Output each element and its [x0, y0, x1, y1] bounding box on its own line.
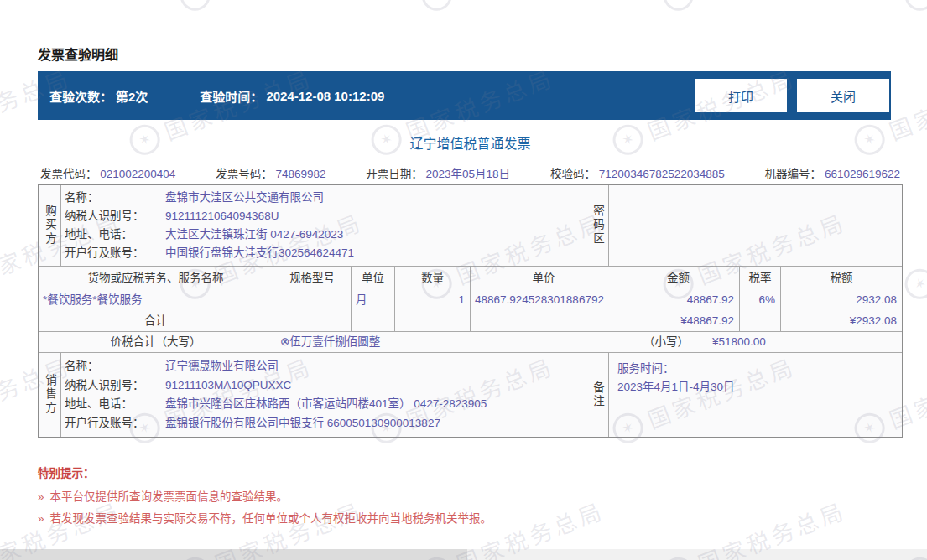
seller-bank-label: 开户行及账号：: [65, 415, 165, 432]
seller-fields: 名称： 辽宁德晟物业有限公司 纳税人识别号： 91211103MA10QPUXX…: [61, 353, 586, 437]
goods-header-qty: 数量: [395, 267, 470, 289]
remark-line: 服务时间：: [617, 360, 893, 378]
verification-toolbar: 查验次数： 第2次 查验时间： 2024-12-08 10:12:09 打印 关…: [38, 71, 891, 120]
seller-side-label: 销售方: [39, 353, 61, 437]
seller-bank-value: 盘锦银行股份有限公司中银支行 660050130900013827: [165, 415, 440, 432]
close-button[interactable]: 关闭: [797, 79, 889, 112]
buyer-address-value: 大洼区大洼镇珠江街 0427-6942023: [165, 226, 343, 243]
special-notes-title: 特别提示：: [38, 464, 492, 480]
goods-row-price: 48867.924528301886792: [471, 289, 617, 310]
seller-taxid-label: 纳税人识别号：: [65, 377, 165, 394]
machine-number: 机器编号： 661029619622: [765, 164, 900, 181]
machine-number-value: 661029619622: [825, 168, 900, 180]
buyer-section: 购买方 名称： 盘锦市大洼区公共交通有限公司 纳税人识别号： 912111210…: [39, 185, 902, 267]
seller-section: 销售方 名称： 辽宁德晟物业有限公司 纳税人识别号： 91211103MA10Q…: [39, 353, 902, 437]
buyer-taxid-label: 纳税人识别号：: [65, 208, 165, 225]
seller-taxid-row: 纳税人识别号： 91211103MA10QPUXXC: [65, 377, 586, 394]
invoice-meta-row: 发票代码： 021002200404 发票号码： 74869982 开票日期： …: [38, 164, 903, 181]
buyer-address-label: 地址、电话：: [65, 226, 165, 243]
buyer-taxid-row: 纳税人识别号： 91211121064094368U: [65, 208, 586, 225]
invoice-checksum-value: 71200346782522034885: [599, 168, 725, 180]
check-count-label: 查验次数：: [49, 87, 112, 105]
check-count: 查验次数： 第2次: [38, 87, 148, 105]
buyer-side-label: 购买方: [39, 185, 61, 266]
invoice-table: 购买方 名称： 盘锦市大洼区公共交通有限公司 纳税人识别号： 912111210…: [38, 184, 903, 438]
password-area-content: [609, 185, 902, 266]
seller-name-value: 辽宁德晟物业有限公司: [165, 358, 279, 375]
buyer-name-value: 盘锦市大洼区公共交通有限公司: [165, 189, 324, 206]
buyer-fields: 名称： 盘锦市大洼区公共交通有限公司 纳税人识别号： 9121112106409…: [61, 185, 586, 266]
page-title: 发票查验明细: [38, 44, 118, 64]
goods-header-spec: 规格型号: [273, 267, 351, 289]
invoice-title: 辽宁增值税普通发票: [38, 132, 903, 153]
goods-header-unit: 单位: [352, 267, 394, 289]
goods-total-price: [471, 310, 617, 331]
buyer-bank-row: 开户行及账号： 中国银行盘锦大洼支行302564624471: [65, 245, 586, 262]
note-item: »本平台仅提供所查询发票票面信息的查验结果。: [38, 491, 492, 503]
seller-side-label-text: 销售方: [41, 374, 58, 416]
sum-label: 价税合计（大写）: [39, 332, 273, 352]
goods-row-spec: [273, 289, 351, 310]
note-bullet: »: [38, 490, 44, 503]
remark-line: 2023年4月1日-4月30日: [617, 378, 893, 397]
invoice-date-value: 2023年05月18日: [426, 168, 511, 180]
sum-small-value: ¥51800.00: [712, 332, 766, 352]
invoice-verification-page: 发票查验明细 查验次数： 第2次 查验时间： 2024-12-08 10:12:…: [0, 0, 927, 560]
goods-total-label: 合计: [39, 310, 273, 331]
goods-total-tax: ¥2932.08: [781, 310, 902, 331]
note-text: 若发现发票查验结果与实际交易不符，任何单位或个人有权拒收并向当地税务机关举报。: [50, 512, 492, 525]
horizontal-scrollbar[interactable]: [0, 549, 927, 560]
buyer-name-label: 名称：: [65, 189, 165, 206]
goods-row-tax: 2932.08: [781, 289, 902, 310]
goods-total-amount: ¥48867.92: [617, 310, 739, 331]
goods-header-amount: 金额: [617, 267, 739, 289]
sum-small-label: （小写）: [643, 332, 689, 352]
print-button[interactable]: 打印: [695, 79, 787, 112]
remark-side-label-text: 备注: [589, 381, 606, 409]
remark-side-label: 备注: [586, 353, 609, 437]
remark-content: 服务时间： 2023年4月1日-4月30日: [609, 353, 902, 437]
buyer-name-row: 名称： 盘锦市大洼区公共交通有限公司: [65, 189, 586, 206]
invoice-number: 发票号码： 74869982: [216, 164, 325, 181]
goods-col-spec: 规格型号: [273, 267, 352, 331]
buyer-bank-label: 开户行及账号：: [65, 245, 165, 262]
note-bullet: »: [38, 512, 44, 525]
seller-bank-row: 开户行及账号： 盘锦银行股份有限公司中银支行 66005013090001382…: [65, 415, 586, 432]
special-notes: 特别提示： »本平台仅提供所查询发票票面信息的查验结果。 »若发现发票查验结果与…: [38, 464, 492, 535]
goods-col-name: 货物或应税劳务、服务名称 *餐饮服务*餐饮服务 合计: [39, 267, 273, 331]
goods-total-rate: [740, 310, 780, 331]
invoice-number-label: 发票号码：: [216, 168, 273, 180]
note-text: 本平台仅提供所查询发票票面信息的查验结果。: [50, 490, 289, 503]
goods-row-amount: 48867.92: [617, 289, 739, 310]
buyer-address-row: 地址、电话： 大洼区大洼镇珠江街 0427-6942023: [65, 226, 586, 243]
password-area-side-label: 密码区: [586, 185, 609, 266]
goods-col-qty: 数量 1: [395, 267, 471, 331]
goods-row-unit: 月: [352, 289, 394, 310]
goods-row-rate: 6%: [740, 289, 780, 310]
seller-address-label: 地址、电话：: [65, 396, 165, 412]
goods-col-price: 单价 48867.924528301886792: [471, 267, 617, 331]
goods-table: 货物或应税劳务、服务名称 *餐饮服务*餐饮服务 合计 规格型号 单位 月 数量 …: [39, 267, 902, 332]
goods-total-spec: [273, 310, 351, 331]
check-time: 查验时间： 2024-12-08 10:12:09: [148, 87, 384, 105]
goods-row-name: *餐饮服务*餐饮服务: [39, 289, 273, 310]
goods-col-tax: 税额 2932.08 ¥2932.08: [781, 267, 902, 331]
seller-taxid-value: 91211103MA10QPUXXC: [165, 377, 291, 394]
check-count-value: 第2次: [116, 87, 148, 105]
note-item: »若发现发票查验结果与实际交易不符，任何单位或个人有权拒收并向当地税务机关举报。: [38, 513, 492, 525]
sum-small: （小写） ¥51800.00: [591, 332, 902, 352]
invoice-code-value: 021002200404: [100, 168, 175, 180]
check-time-label: 查验时间：: [200, 87, 263, 105]
goods-col-unit: 单位 月: [352, 267, 395, 331]
invoice-code-label: 发票代码：: [40, 168, 97, 180]
toolbar-buttons: 打印 关闭: [695, 79, 889, 112]
goods-header-price: 单价: [471, 267, 617, 289]
sum-row: 价税合计（大写） ⊗伍万壹仟捌佰圆整 （小写） ¥51800.00: [39, 332, 902, 353]
invoice-number-value: 74869982: [275, 168, 325, 180]
buyer-side-label-text: 购买方: [41, 205, 58, 246]
buyer-bank-value: 中国银行盘锦大洼支行302564624471: [165, 245, 354, 262]
goods-total-qty: [395, 310, 470, 331]
goods-header-tax: 税额: [781, 267, 902, 289]
horizontal-scrollbar-thumb[interactable]: [0, 549, 467, 560]
seller-address-value: 盘锦市兴隆台区庄林路西（市客运站四楼401室） 0427-2823905: [165, 396, 487, 412]
